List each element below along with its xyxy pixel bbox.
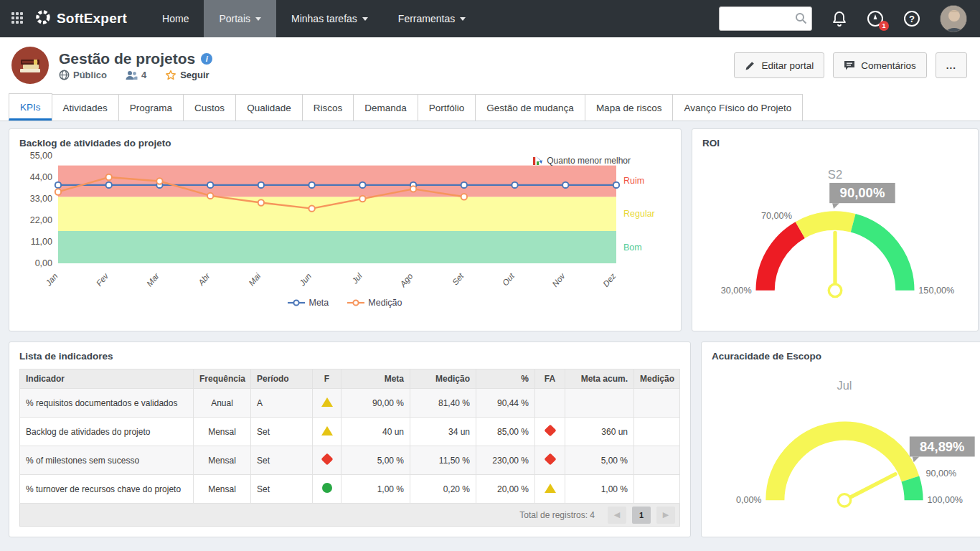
tab-gestão-de-mudança[interactable]: Gestão de mudança	[475, 94, 585, 121]
column-header-frequncia[interactable]: Frequência	[194, 369, 251, 389]
table-cell: Set	[251, 446, 313, 475]
follow-button[interactable]: Seguir	[165, 70, 209, 80]
portal-header: Gestão de projetos i Público 4 Seguir Ed…	[0, 37, 980, 93]
nav-item-home[interactable]: Home	[147, 0, 204, 37]
lower-better-icon	[532, 155, 543, 166]
tab-qualidade[interactable]: Qualidade	[235, 94, 303, 121]
svg-text:33,00: 33,00	[30, 194, 52, 204]
table-cell: 5,00 %	[341, 446, 410, 475]
pager-prev-button[interactable]: ◀	[608, 507, 626, 524]
visibility-public: Público	[59, 70, 107, 80]
backlog-line-chart: BomRegularRuim0,0011,0022,0033,0044,0055…	[19, 149, 671, 293]
tab-custos[interactable]: Custos	[183, 94, 236, 121]
svg-text:Abr: Abr	[196, 271, 212, 288]
backlog-panel-title: Backlog de atividades do projeto	[19, 138, 671, 149]
column-header-%[interactable]: %	[476, 369, 535, 389]
pending-tasks-icon[interactable]: 1	[867, 10, 884, 27]
tab-kpis[interactable]: KPIs	[9, 93, 52, 121]
table-cell: 34 un	[410, 418, 476, 446]
followers-count[interactable]: 4	[126, 70, 146, 80]
roi-panel-title: ROI	[702, 138, 968, 149]
app-grid-icon[interactable]	[11, 12, 24, 25]
help-icon[interactable]: ?	[903, 10, 920, 27]
nav-item-ferramentas[interactable]: Ferramentas	[383, 0, 481, 37]
status-cell	[535, 446, 565, 475]
table-cell: 230,00 %	[476, 446, 535, 475]
column-header-metaacum[interactable]: Meta acum.	[565, 369, 634, 389]
gear-logo-icon	[34, 9, 52, 29]
column-header-medio[interactable]: Medição	[410, 369, 476, 389]
tab-riscos[interactable]: Riscos	[302, 94, 354, 121]
column-header-f[interactable]: F	[313, 369, 341, 389]
nav-item-portais[interactable]: Portais	[204, 0, 276, 37]
table-row[interactable]: % turnover de recursos chave do projetoM…	[20, 475, 680, 504]
tab-demanda[interactable]: Demanda	[353, 94, 418, 121]
portal-avatar[interactable]	[11, 47, 49, 84]
status-red-diamond-icon	[544, 425, 556, 437]
svg-text:Out: Out	[501, 271, 517, 288]
notifications-bell-icon[interactable]	[831, 11, 847, 27]
svg-text:Mar: Mar	[145, 271, 161, 288]
gauge-tick-label: 150,00%	[918, 286, 954, 296]
table-cell: 5,00 %	[565, 446, 634, 475]
user-avatar[interactable]	[940, 5, 967, 32]
gauge-period-label: S2	[828, 168, 842, 182]
tab-programa[interactable]: Programa	[118, 94, 184, 121]
nav-item-minhas-tarefas[interactable]: Minhas tarefas	[276, 0, 383, 37]
status-yellow-triangle-icon	[321, 426, 333, 435]
table-cell: 85,00 %	[476, 418, 535, 446]
page-title: Gestão de projetos	[59, 50, 195, 67]
legend-item-medição[interactable]: Medição	[347, 298, 402, 308]
svg-text:55,00: 55,00	[30, 151, 52, 161]
table-cell: % turnover de recursos chave do projeto	[20, 475, 194, 504]
brand-name: SoftExpert	[57, 11, 127, 27]
info-icon[interactable]: i	[201, 53, 212, 65]
column-header-perodo[interactable]: Período	[251, 369, 313, 389]
table-row[interactable]: % requisitos documentados e validadosAnu…	[20, 389, 680, 418]
legend-item-meta[interactable]: Meta	[288, 298, 329, 308]
tasks-badge: 1	[879, 21, 889, 31]
escopo-gauge-chart: Jul0,00%90,00%100,00%84,89%	[712, 362, 977, 527]
tab-mapa-de-riscos[interactable]: Mapa de riscos	[585, 94, 674, 121]
pager-next-button[interactable]: ▶	[656, 507, 675, 524]
brand-logo[interactable]: SoftExpert	[34, 9, 127, 29]
search-box	[719, 6, 812, 31]
column-header-fa[interactable]: FA	[535, 369, 565, 389]
portal-tabs: KPIsAtividadesProgramaCustosQualidadeRis…	[0, 93, 980, 121]
comment-icon	[844, 60, 855, 71]
table-row[interactable]: Backlog de atividades do projetoMensalSe…	[20, 418, 680, 446]
table-row[interactable]: % of milestones sem sucessoMensalSet5,00…	[20, 446, 680, 475]
column-header-meta[interactable]: Meta	[341, 369, 410, 389]
globe-icon	[59, 70, 70, 80]
lista-panel-title: Lista de indicadores	[19, 351, 680, 362]
table-cell: 0,20 %	[410, 475, 476, 504]
table-cell: A	[251, 389, 313, 418]
chevron-down-icon	[255, 17, 261, 21]
comments-button[interactable]: Comentários	[833, 52, 927, 78]
tab-atividades[interactable]: Atividades	[52, 94, 119, 121]
column-header-medicao-acum[interactable]: Medição	[634, 369, 680, 389]
table-cell: 40 un	[341, 418, 410, 446]
tab-portfólio[interactable]: Portfólio	[418, 94, 476, 121]
gauge-tick-label: 90,00%	[926, 468, 957, 479]
gauge-tick-label: 0,00%	[736, 495, 762, 505]
chevron-down-icon	[362, 17, 368, 21]
gauge-tick-label: 30,00%	[721, 286, 752, 296]
table-cell: % of milestones sem sucesso	[20, 446, 194, 475]
table-cell: 81,40 %	[410, 389, 476, 418]
status-cell	[313, 475, 341, 504]
tab-avanço-físico-do-projeto[interactable]: Avanço Físico do Projeto	[672, 94, 803, 121]
column-header-indicador[interactable]: Indicador	[20, 369, 194, 389]
legend-marker-icon	[347, 299, 364, 306]
table-cell: Mensal	[194, 418, 251, 446]
pencil-icon	[745, 60, 755, 71]
pager-page-1[interactable]: 1	[632, 507, 651, 524]
table-cell: Set	[251, 418, 313, 446]
status-red-diamond-icon	[544, 453, 556, 466]
roi-gauge-chart: S230,00%70,00%150,00%90,00%	[702, 149, 968, 319]
search-icon[interactable]	[795, 12, 807, 27]
total-records-label: Total de registros: 4	[519, 510, 595, 520]
more-options-button[interactable]: ...	[936, 52, 967, 78]
edit-portal-button[interactable]: Editar portal	[734, 52, 824, 78]
svg-text:0,00: 0,00	[35, 258, 52, 268]
